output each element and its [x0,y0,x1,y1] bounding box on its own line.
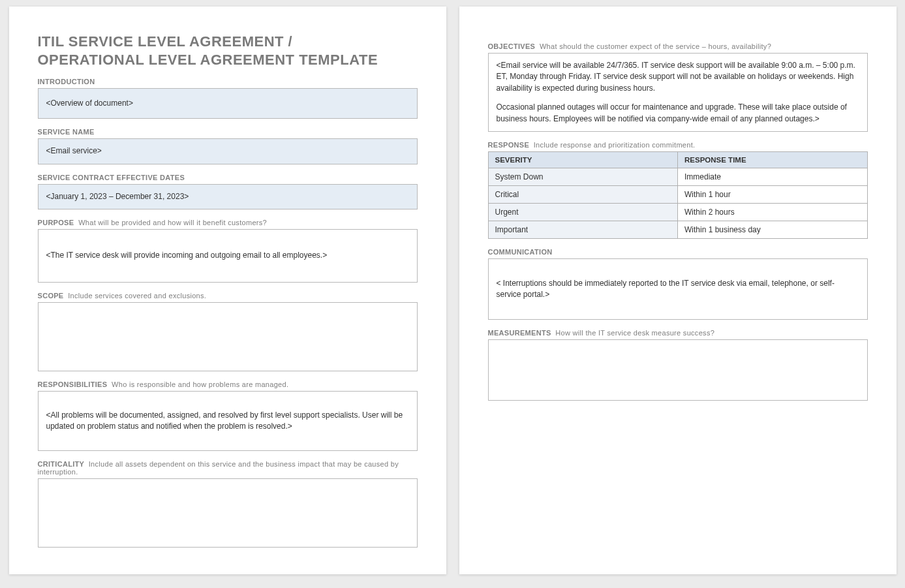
contract-dates-label: SERVICE CONTRACT EFFECTIVE DATES [38,174,418,181]
objectives-para-2: Occasional planned outages will occur fo… [497,102,859,125]
criticality-label: CRITICALITY Include all assets dependent… [38,460,418,476]
scope-field[interactable] [38,302,418,371]
responsibilities-field[interactable]: <All problems will be documented, assign… [38,391,418,451]
criticality-hint: Include all assets dependent on this ser… [38,460,399,476]
contract-dates-field[interactable]: <January 1, 2023 – December 31, 2023> [38,184,418,209]
table-row: System Down Immediate [488,168,867,185]
response-table-header-row: SEVERITY RESPONSE TIME [488,151,867,168]
response-hint: Include response and prioritization comm… [534,141,696,149]
response-time-cell: Within 2 hours [678,203,868,221]
title-line-2: OPERATIONAL LEVEL AGREEMENT TEMPLATE [38,52,378,68]
objectives-para-1: <Email service will be available 24/7/36… [497,60,859,94]
responsibilities-label: RESPONSIBILITIES Who is responsible and … [38,380,418,388]
responsibilities-hint: Who is responsible and how problems are … [112,380,288,388]
response-label: RESPONSE Include response and prioritiza… [488,141,868,149]
response-time-cell: Within 1 business day [678,221,868,238]
response-header-severity: SEVERITY [488,151,678,168]
measurements-label: MEASUREMENTS How will the IT service des… [488,329,868,337]
severity-cell: Important [488,221,678,238]
severity-cell: Urgent [488,203,678,221]
table-row: Critical Within 1 hour [488,185,867,203]
purpose-hint: What will be provided and how will it be… [78,219,267,226]
scope-label: SCOPE Include services covered and exclu… [38,292,418,300]
response-time-cell: Within 1 hour [678,185,868,203]
objectives-label: OBJECTIVES What should the customer expe… [488,42,868,50]
service-name-label: SERVICE NAME [38,128,418,136]
table-row: Important Within 1 business day [488,221,867,238]
measurements-hint: How will the IT service desk measure suc… [555,329,714,337]
objectives-hint: What should the customer expect of the s… [540,42,771,50]
introduction-label: INTRODUCTION [38,78,418,85]
service-name-field[interactable]: <Email service> [38,138,418,164]
table-row: Urgent Within 2 hours [488,203,867,221]
measurements-field[interactable] [488,339,868,401]
severity-cell: System Down [488,168,678,185]
document-title: ITIL SERVICE LEVEL AGREEMENT / OPERATION… [38,33,418,69]
document-page-1: ITIL SERVICE LEVEL AGREEMENT / OPERATION… [9,7,446,574]
response-table: SEVERITY RESPONSE TIME System Down Immed… [488,151,868,239]
scope-hint: Include services covered and exclusions. [68,292,206,300]
title-line-1: ITIL SERVICE LEVEL AGREEMENT / [38,33,293,50]
communication-label: COMMUNICATION [488,248,868,256]
objectives-field[interactable]: <Email service will be available 24/7/36… [488,53,868,132]
purpose-field[interactable]: <The IT service desk will provide incomi… [38,229,418,283]
criticality-field[interactable] [38,478,418,548]
introduction-field[interactable]: <Overview of document> [38,88,418,119]
document-page-2: OBJECTIVES What should the customer expe… [459,7,897,574]
communication-field[interactable]: < Interruptions should be immediately re… [488,258,868,320]
severity-cell: Critical [488,185,678,203]
purpose-label: PURPOSE What will be provided and how wi… [38,219,418,226]
response-header-time: RESPONSE TIME [678,151,868,168]
response-time-cell: Immediate [678,168,868,185]
